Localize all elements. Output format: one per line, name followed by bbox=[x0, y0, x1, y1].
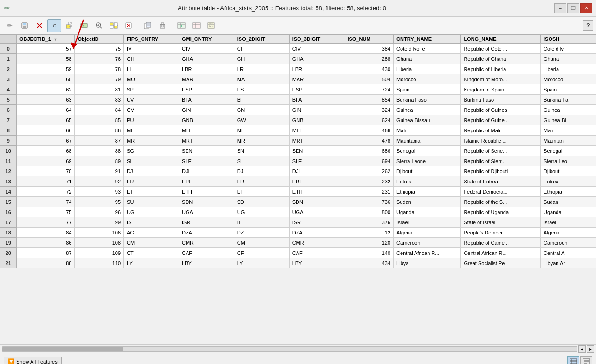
cell-isosh: Ghana bbox=[541, 54, 596, 64]
minimize-button[interactable]: − bbox=[554, 3, 566, 13]
table-row[interactable]: 116989SLSLESLSLE694Sierra LeoneRepublic … bbox=[0, 156, 596, 166]
table-row[interactable]: 46281SPESPESESP724SpainKingdom of SpainS… bbox=[0, 84, 596, 95]
cell-iso_2digit: SN bbox=[234, 146, 289, 156]
table-row[interactable]: 86686MLMLIMLMLI466MaliRepublic of MaliMa… bbox=[0, 125, 596, 136]
restore-button[interactable]: ❐ bbox=[567, 3, 579, 13]
cell-isosh: Spain bbox=[541, 84, 596, 95]
cell-iso_2digit: CI bbox=[234, 44, 289, 54]
cell-iso_num: 140 bbox=[344, 248, 394, 258]
table-row[interactable]: 56383UVBFABFBFA854Burkina FasoBurkina Fa… bbox=[0, 95, 596, 105]
cell-iso_2digit: ER bbox=[234, 176, 289, 187]
table-row[interactable]: 106888SGSENSNSEN686SenegalRepublic of Se… bbox=[0, 146, 596, 156]
table-row[interactable]: 76585PUGNBGWGNB624Guinea-BissauRepublic … bbox=[0, 115, 596, 125]
cell-iso_2digit: ET bbox=[234, 187, 289, 197]
edit-pencil-button[interactable]: ✏ bbox=[3, 19, 17, 32]
col-header-isosh[interactable]: ISOSH bbox=[541, 35, 596, 44]
attribute-table-container[interactable]: OBJECTID_1 ▼ ObjectID FIPS_CNTRY GMI_CNT… bbox=[0, 34, 596, 344]
cell-cntry_name: Sudan bbox=[394, 197, 461, 207]
table-row[interactable]: 96787MRMRTMRMRT478MauritaniaIslamic Repu… bbox=[0, 136, 596, 146]
table-row[interactable]: 66484GVGINGNGIN324GuineaRepublic of Guin… bbox=[0, 105, 596, 115]
col-header-longname[interactable]: LONG_NAME bbox=[461, 35, 541, 44]
col-header-isonum[interactable]: ISO_NUM bbox=[344, 35, 394, 44]
cell-objectid: 78 bbox=[75, 64, 124, 74]
table-row[interactable]: 157495SUSDNSDSDN736SudanRepublic of the … bbox=[0, 197, 596, 207]
expression-button[interactable]: ε bbox=[47, 19, 61, 32]
show-all-features-button[interactable]: 🔽 Show All Features bbox=[4, 357, 62, 364]
cell-isosh: Senegal bbox=[541, 146, 596, 156]
cell-objectid_1: 71 bbox=[17, 176, 75, 187]
col-header-cntry[interactable]: CNTRY_NAME bbox=[394, 35, 461, 44]
svg-rect-23 bbox=[146, 22, 151, 27]
hscroll-bar[interactable]: ◄ ► bbox=[0, 344, 596, 353]
cell-iso_3digit: LBR bbox=[289, 64, 344, 74]
table-row[interactable]: 05775IVCIVCICIV384Cote d'IvoireRepublic … bbox=[0, 44, 596, 54]
pan-map-button[interactable]: 🗺 bbox=[77, 19, 91, 32]
copy-rows-button[interactable] bbox=[141, 19, 155, 32]
cell-objectid: 84 bbox=[75, 105, 124, 115]
title-bar: ✏ Attribute table - Africa_stats_2005 ::… bbox=[0, 0, 596, 17]
invert-selection-button[interactable] bbox=[107, 19, 121, 32]
cell-iso_num: 724 bbox=[344, 84, 394, 95]
table-row[interactable]: 1986108CMCMRCMCMR120CameroonRepublic of … bbox=[0, 238, 596, 248]
cell-iso_num: 232 bbox=[344, 176, 394, 187]
cell-fips_cntry: MR bbox=[124, 136, 179, 146]
table-body: 05775IVCIVCICIV384Cote d'IvoireRepublic … bbox=[0, 44, 596, 268]
hscroll-thumb[interactable] bbox=[2, 347, 123, 351]
help-button[interactable]: ? bbox=[583, 20, 593, 31]
table-row[interactable]: 36079MOMARMAMAR504MoroccoKingdom of Moro… bbox=[0, 74, 596, 84]
select-features-button[interactable] bbox=[62, 19, 76, 32]
cell-cntry_name: Eritrea bbox=[394, 176, 461, 187]
col-header-gmi[interactable]: GMI_CNTRY bbox=[179, 35, 234, 44]
table-row[interactable]: 177799ISISRILISR376IsraelState of Israel… bbox=[0, 217, 596, 228]
table-view-button[interactable] bbox=[567, 356, 579, 364]
cell-cntry_name: Guinea-Bissau bbox=[394, 115, 461, 125]
cell-gmi_cntry: GIN bbox=[179, 105, 234, 115]
delete-field-button[interactable]: − bbox=[189, 19, 203, 32]
table-row[interactable]: 147293ETETHETETH231EthiopiaFederal Democ… bbox=[0, 187, 596, 197]
cell-fips_cntry: SP bbox=[124, 84, 179, 95]
hscroll-track[interactable] bbox=[2, 346, 577, 352]
cell-objectid_1: 69 bbox=[17, 156, 75, 166]
cell-row_num: 19 bbox=[0, 238, 17, 248]
col-header-iso2[interactable]: ISO_2DIGIT bbox=[234, 35, 289, 44]
cell-row_num: 7 bbox=[0, 115, 17, 125]
table-row[interactable]: 1884106AGDZADZDZA12AlgeriaPeople's Democ… bbox=[0, 228, 596, 238]
svg-rect-17 bbox=[114, 23, 117, 26]
svg-rect-29 bbox=[161, 23, 164, 24]
cell-iso_2digit: GH bbox=[234, 54, 289, 64]
delete-selected-button[interactable] bbox=[32, 19, 46, 32]
col-header-fips[interactable]: FIPS_CNTRY bbox=[124, 35, 179, 44]
table-row[interactable]: 15876GHGHAGHGHA288GhanaRepublic of Ghana… bbox=[0, 54, 596, 64]
table-row[interactable]: 137192ERERIERERI232EritreaState of Eritr… bbox=[0, 176, 596, 187]
field-calculator-button[interactable]: abc+-×÷ bbox=[204, 19, 218, 32]
table-row[interactable]: 127091DJDJIDJDJI262DjiboutiRepublic of D… bbox=[0, 166, 596, 176]
cell-iso_num: 430 bbox=[344, 64, 394, 74]
cell-objectid_1: 63 bbox=[17, 95, 75, 105]
close-button[interactable]: ✕ bbox=[580, 3, 592, 13]
cell-gmi_cntry: CMR bbox=[179, 238, 234, 248]
cell-fips_cntry: MO bbox=[124, 74, 179, 84]
cell-row_num: 9 bbox=[0, 136, 17, 146]
table-row[interactable]: 2087109CTCAFCFCAF140Central African R...… bbox=[0, 248, 596, 258]
table-row[interactable]: 167596UGUGAUGUGA800UgandaRepublic of Uga… bbox=[0, 207, 596, 217]
cell-row_num: 2 bbox=[0, 64, 17, 74]
cell-iso_2digit: CM bbox=[234, 238, 289, 248]
new-field-button[interactable]: + bbox=[175, 19, 188, 32]
save-edits-button[interactable] bbox=[18, 19, 32, 32]
col-header-objectid[interactable]: ObjectID bbox=[75, 35, 124, 44]
col-header-iso3[interactable]: ISO_3DIGIT bbox=[289, 35, 344, 44]
cell-objectid_1: 70 bbox=[17, 166, 75, 176]
cell-objectid_1: 77 bbox=[17, 217, 75, 228]
scroll-left-button[interactable]: ◄ bbox=[578, 345, 586, 353]
table-row[interactable]: 2188110LYLBYLYLBY434LibyaGreat Socialist… bbox=[0, 258, 596, 268]
separator-2 bbox=[172, 20, 172, 31]
col-header-objectid1[interactable]: OBJECTID_1 ▼ bbox=[17, 35, 75, 44]
deselect-button[interactable] bbox=[122, 19, 136, 32]
table-row[interactable]: 25978LILBRLRLBR430LiberiaRepublic of Lib… bbox=[0, 64, 596, 74]
cell-gmi_cntry: SLE bbox=[179, 156, 234, 166]
window-controls[interactable]: − ❐ ✕ bbox=[554, 3, 592, 13]
form-view-button[interactable] bbox=[580, 356, 592, 364]
scroll-right-button[interactable]: ► bbox=[587, 345, 594, 353]
delete-features-button[interactable] bbox=[155, 19, 169, 32]
zoom-map-button[interactable] bbox=[92, 19, 106, 32]
